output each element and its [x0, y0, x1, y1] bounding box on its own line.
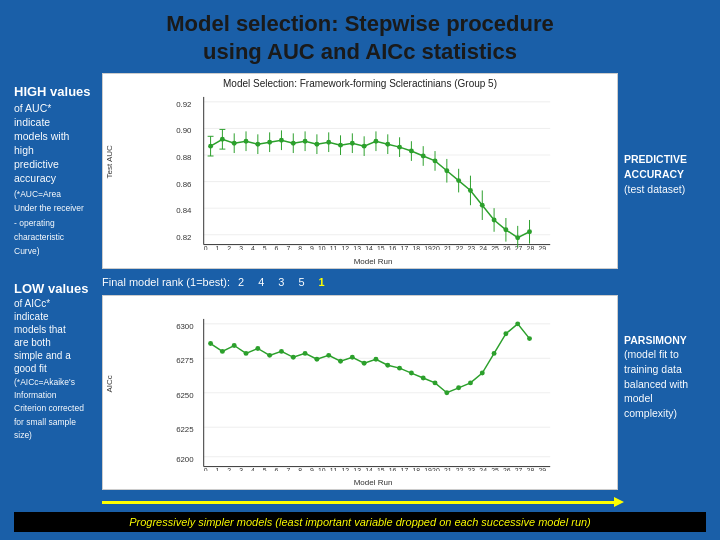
right-bottom-sub: (model fit totraining databalanced withm… [624, 348, 688, 419]
right-top-bold: PREDICTIVEACCURACY [624, 153, 687, 180]
svg-point-151 [267, 352, 272, 357]
svg-point-170 [492, 350, 497, 355]
svg-text:5: 5 [263, 245, 267, 249]
final-model-label: Final model rank (1=best): [102, 276, 230, 288]
svg-point-154 [303, 350, 308, 355]
svg-text:1: 1 [216, 467, 220, 471]
svg-point-166 [444, 390, 449, 395]
left-bottom-label: LOW values of AICc*indicatemodels thatar… [14, 281, 96, 479]
svg-point-164 [421, 375, 426, 380]
svg-text:9: 9 [310, 245, 314, 249]
svg-text:15: 15 [377, 467, 385, 471]
svg-text:10: 10 [318, 467, 326, 471]
right-top-sub: (test dataset) [624, 183, 685, 195]
svg-point-156 [326, 352, 331, 357]
right-bottom-text: PARSIMONY (model fit totraining databala… [624, 333, 706, 421]
rank-num-1: 1 [319, 276, 325, 288]
svg-point-158 [350, 354, 355, 359]
svg-text:23: 23 [468, 245, 476, 249]
svg-text:20: 20 [432, 467, 440, 471]
svg-text:3: 3 [239, 245, 243, 249]
rank-num-3: 3 [278, 276, 284, 288]
svg-text:29: 29 [538, 245, 546, 249]
svg-text:6225: 6225 [176, 425, 194, 434]
svg-text:10: 10 [318, 245, 326, 249]
svg-point-102 [515, 235, 520, 240]
bottom-chart-y-label: AICc [105, 296, 114, 472]
svg-point-103 [527, 229, 532, 234]
svg-text:28: 28 [527, 467, 535, 471]
bottom-chart-inner: 6300 6275 6250 6225 6200 0 1 2 3 4 5 6 7 [135, 314, 611, 472]
svg-text:0.90: 0.90 [176, 126, 192, 135]
svg-text:8: 8 [298, 245, 302, 249]
svg-text:2: 2 [227, 467, 231, 471]
svg-point-89 [362, 144, 367, 149]
svg-point-98 [468, 188, 473, 193]
svg-text:4: 4 [251, 467, 255, 471]
svg-text:0: 0 [204, 245, 208, 249]
svg-point-162 [397, 365, 402, 370]
svg-text:22: 22 [456, 467, 464, 471]
left-top-text: of AUC*indicatemodels withhighpredictive… [14, 101, 96, 258]
svg-point-92 [397, 145, 402, 150]
left-top-label: HIGH values of AUC*indicatemodels withhi… [14, 73, 96, 281]
svg-point-96 [444, 168, 449, 173]
svg-text:2: 2 [227, 245, 231, 249]
svg-text:1: 1 [216, 245, 220, 249]
svg-point-163 [409, 370, 414, 375]
svg-text:0.84: 0.84 [176, 206, 192, 215]
svg-point-147 [220, 348, 225, 353]
svg-text:24: 24 [479, 245, 487, 249]
svg-point-85 [314, 142, 319, 147]
top-chart-y-label: Test AUC [105, 74, 114, 250]
svg-text:12: 12 [342, 245, 350, 249]
final-model-row: Final model rank (1=best): 2 4 3 5 1 [102, 273, 618, 291]
svg-point-161 [385, 362, 390, 367]
svg-text:4: 4 [251, 245, 255, 249]
svg-point-95 [433, 158, 438, 163]
title-line2: using AUC and AICc statistics [203, 39, 517, 64]
svg-point-80 [255, 142, 260, 147]
svg-text:0: 0 [204, 467, 208, 471]
left-bottom-big: LOW values [14, 281, 96, 298]
svg-point-165 [433, 380, 438, 385]
svg-point-171 [503, 331, 508, 336]
svg-text:6275: 6275 [176, 356, 194, 365]
top-chart-x-label: Model Run [135, 257, 611, 266]
svg-text:20: 20 [432, 245, 440, 249]
bottom-bar: Progressively simpler models (least impo… [14, 512, 706, 532]
svg-point-77 [220, 137, 225, 142]
svg-point-81 [267, 140, 272, 145]
svg-point-101 [503, 227, 508, 232]
bottom-chart: AICc Model Run 6300 6275 6250 6225 6200 … [102, 295, 618, 491]
svg-text:25: 25 [491, 245, 499, 249]
svg-point-78 [232, 141, 237, 146]
title-area: Model selection: Stepwise procedure usin… [14, 10, 706, 65]
svg-text:0.82: 0.82 [176, 233, 191, 242]
final-model-numbers: 2 4 3 5 1 [238, 276, 325, 288]
svg-text:7: 7 [286, 467, 290, 471]
svg-point-149 [244, 350, 249, 355]
svg-text:26: 26 [503, 467, 511, 471]
svg-point-153 [291, 354, 296, 359]
svg-text:5: 5 [263, 467, 267, 471]
svg-point-91 [385, 142, 390, 147]
svg-point-99 [480, 203, 485, 208]
svg-text:6: 6 [275, 245, 279, 249]
svg-text:15: 15 [377, 245, 385, 249]
svg-point-83 [291, 141, 296, 146]
bottom-chart-x-label: Model Run [135, 478, 611, 487]
rank-num-2: 2 [238, 276, 244, 288]
svg-text:13: 13 [353, 467, 361, 471]
top-chart-title: Model Selection: Framework-forming Scler… [103, 74, 617, 89]
svg-text:14: 14 [365, 467, 373, 471]
svg-point-168 [468, 380, 473, 385]
svg-text:19: 19 [424, 467, 432, 471]
svg-point-94 [421, 154, 426, 159]
svg-text:0.86: 0.86 [176, 180, 192, 189]
svg-point-90 [373, 139, 378, 144]
left-top-big: HIGH values [14, 83, 96, 101]
svg-point-87 [338, 143, 343, 148]
bottom-chart-svg: 6300 6275 6250 6225 6200 0 1 2 3 4 5 6 7 [135, 314, 611, 472]
arrow-row [102, 496, 618, 508]
